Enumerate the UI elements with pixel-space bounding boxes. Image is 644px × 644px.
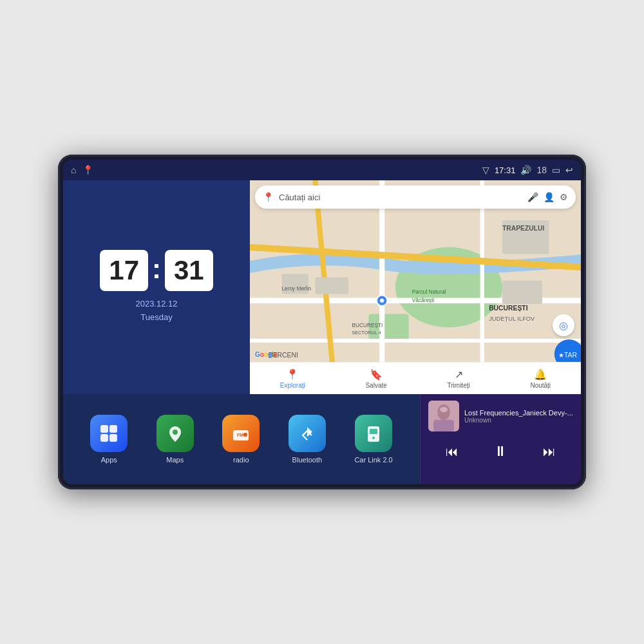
explore-label: Explorați bbox=[280, 382, 305, 389]
svg-rect-28 bbox=[100, 434, 108, 442]
map-nav-send[interactable]: ↗ Trimiteți bbox=[448, 368, 470, 389]
back-icon[interactable]: ↩ bbox=[565, 165, 573, 175]
clock-minute-block: 31 bbox=[165, 250, 213, 291]
map-search-text[interactable]: Căutați aici bbox=[279, 193, 522, 202]
svg-text:SECTORUL 4: SECTORUL 4 bbox=[352, 330, 381, 336]
svg-rect-35 bbox=[370, 429, 377, 434]
maps-shortcut-icon[interactable]: 📍 bbox=[82, 165, 93, 175]
bottom-section: Apps Maps bbox=[63, 394, 581, 484]
saved-icon: 🔖 bbox=[370, 368, 383, 381]
radio-label: radio bbox=[233, 456, 249, 464]
map-bottom-nav: 📍 Explorați 🔖 Salvate ↗ Trimiteți 🔔 bbox=[250, 362, 581, 394]
music-next-button[interactable]: ⏭ bbox=[538, 442, 561, 462]
svg-rect-27 bbox=[109, 425, 117, 433]
status-bar: ⌂ 📍 ▽ 17:31 🔊 18 ▭ ↩ bbox=[63, 160, 581, 180]
maps-label: Maps bbox=[166, 456, 184, 464]
apps-panel: Apps Maps bbox=[63, 394, 420, 484]
svg-text:TRAPEZULUI: TRAPEZULUI bbox=[502, 225, 545, 232]
svg-text:BUCUREȘTI: BUCUREȘTI bbox=[489, 305, 528, 312]
app-item-carlink[interactable]: Car Link 2.0 bbox=[354, 415, 392, 464]
music-play-button[interactable]: ⏸ bbox=[488, 440, 513, 462]
map-nav-explore[interactable]: 📍 Explorați bbox=[280, 368, 305, 389]
svg-text:Văcărești: Văcărești bbox=[412, 297, 435, 303]
radio-icon: FM bbox=[222, 415, 260, 452]
music-prev-button[interactable]: ⏮ bbox=[440, 442, 464, 462]
main-content: 17 : 31 2023.12.12 Tuesday bbox=[63, 180, 581, 484]
svg-text:Parcul Natural: Parcul Natural bbox=[412, 289, 446, 295]
app-item-maps[interactable]: Maps bbox=[156, 415, 194, 464]
clock-minute: 31 bbox=[174, 255, 204, 285]
svg-point-33 bbox=[243, 433, 247, 437]
svg-rect-11 bbox=[502, 281, 542, 304]
status-time: 17:31 bbox=[495, 166, 516, 175]
volume-icon[interactable]: 🔊 bbox=[520, 165, 531, 175]
svg-point-30 bbox=[173, 430, 178, 435]
app-item-bluetooth[interactable]: Bluetooth bbox=[289, 415, 326, 464]
svg-rect-10 bbox=[315, 277, 348, 294]
google-logo: Google bbox=[255, 351, 277, 358]
clock-display: 17 : 31 bbox=[100, 250, 213, 291]
svg-text:JUDEȚUL ILFOV: JUDEȚUL ILFOV bbox=[489, 316, 535, 322]
music-panel: Lost Frequencies_Janieck Devy-... Unknow… bbox=[420, 394, 581, 484]
battery-icon: ▭ bbox=[552, 165, 560, 175]
car-display-device: ⌂ 📍 ▽ 17:31 🔊 18 ▭ ↩ 17 bbox=[58, 155, 586, 489]
status-bar-right: ▽ 17:31 🔊 18 ▭ ↩ bbox=[482, 165, 573, 175]
settings-map-icon[interactable]: ⚙ bbox=[560, 192, 568, 202]
send-label: Trimiteți bbox=[448, 382, 470, 389]
svg-text:FM: FM bbox=[237, 433, 243, 437]
map-panel[interactable]: 📍 Căutați aici 🎤 👤 ⚙ bbox=[250, 180, 581, 394]
app-item-apps[interactable]: Apps bbox=[90, 415, 128, 464]
svg-text:Leroy Merlin: Leroy Merlin bbox=[282, 285, 312, 292]
music-album-art bbox=[428, 401, 459, 431]
map-nav-saved[interactable]: 🔖 Salvate bbox=[365, 368, 386, 389]
top-section: 17 : 31 2023.12.12 Tuesday bbox=[63, 180, 581, 394]
svg-text:BUCUREȘTI: BUCUREȘTI bbox=[352, 322, 383, 328]
saved-label: Salvate bbox=[365, 382, 386, 389]
maps-icon bbox=[156, 415, 194, 452]
news-icon: 🔔 bbox=[534, 368, 547, 381]
explore-icon: 📍 bbox=[286, 368, 299, 381]
clock-colon: : bbox=[152, 256, 161, 283]
clock-date: 2023.12.12 Tuesday bbox=[135, 298, 177, 325]
carlink-icon bbox=[355, 415, 392, 452]
clock-hour-block: 17 bbox=[100, 250, 148, 291]
svg-rect-40 bbox=[433, 420, 454, 431]
send-icon: ↗ bbox=[455, 368, 463, 381]
bluetooth-icon bbox=[289, 415, 326, 452]
music-controls: ⏮ ⏸ ⏭ bbox=[428, 440, 573, 462]
svg-point-39 bbox=[440, 407, 448, 412]
status-bar-left: ⌂ 📍 bbox=[71, 165, 93, 175]
svg-rect-29 bbox=[109, 434, 117, 442]
clock-hour: 17 bbox=[109, 255, 139, 285]
svg-text:★TAR: ★TAR bbox=[558, 352, 577, 359]
svg-point-36 bbox=[372, 437, 375, 439]
map-search-actions: 🎤 👤 ⚙ bbox=[527, 192, 568, 202]
signal-icon: ▽ bbox=[482, 165, 489, 175]
apps-icon bbox=[90, 415, 128, 452]
location-button[interactable]: ◎ bbox=[553, 314, 574, 336]
carlink-label: Car Link 2.0 bbox=[354, 456, 392, 464]
music-info-row: Lost Frequencies_Janieck Devy-... Unknow… bbox=[428, 401, 573, 431]
car-screen: ⌂ 📍 ▽ 17:31 🔊 18 ▭ ↩ 17 bbox=[63, 160, 581, 484]
battery-level: 18 bbox=[536, 165, 547, 175]
map-nav-news[interactable]: 🔔 Noutăți bbox=[530, 368, 551, 389]
apps-label: Apps bbox=[101, 456, 117, 464]
bluetooth-label: Bluetooth bbox=[292, 456, 322, 464]
news-label: Noutăți bbox=[530, 382, 551, 389]
clock-panel: 17 : 31 2023.12.12 Tuesday bbox=[63, 180, 250, 394]
svg-point-23 bbox=[380, 299, 384, 303]
map-search-bar[interactable]: 📍 Căutați aici 🎤 👤 ⚙ bbox=[255, 185, 576, 209]
map-pin-icon: 📍 bbox=[263, 192, 274, 202]
svg-rect-26 bbox=[100, 425, 108, 433]
account-icon[interactable]: 👤 bbox=[544, 192, 554, 202]
voice-search-icon[interactable]: 🎤 bbox=[527, 192, 538, 202]
home-icon[interactable]: ⌂ bbox=[71, 165, 76, 175]
music-text: Lost Frequencies_Janieck Devy-... Unknow… bbox=[464, 409, 573, 424]
app-item-radio[interactable]: FM radio bbox=[222, 415, 260, 464]
music-artist: Unknown bbox=[464, 417, 573, 424]
music-title: Lost Frequencies_Janieck Devy-... bbox=[464, 409, 573, 417]
